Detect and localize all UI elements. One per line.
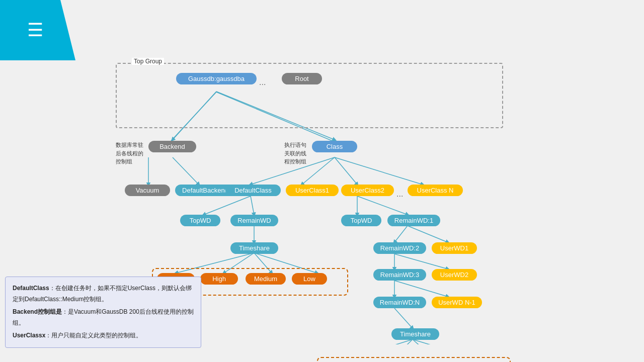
class-annotation: 执行语句 关联的线 程控制组 <box>284 141 306 166</box>
dots2: ... <box>396 190 403 199</box>
userwd-n1-node: UserWD N-1 <box>432 297 482 308</box>
svg-line-18 <box>357 196 408 215</box>
gaussdb-node: Gaussdb:gaussdba <box>176 73 257 84</box>
info-line3: UserClassx：用户只能自定义此类型的控制组。 <box>13 330 194 341</box>
svg-line-27 <box>390 339 413 344</box>
info-line2: Backend控制组是：是Vacuum和GaussDB 200后台线程使用的控制… <box>13 307 194 328</box>
svg-line-26 <box>342 339 413 344</box>
backend-annotation: 数据库常驻 后各线程的 控制组 <box>116 141 143 166</box>
userwd1-node: UserWD1 <box>432 242 477 254</box>
svg-line-5 <box>173 157 199 185</box>
timeshare2-node: Timeshare <box>391 328 439 340</box>
class-node: Class <box>312 141 357 152</box>
svg-line-8 <box>335 157 357 185</box>
userclass1-node: UserClass1 <box>286 185 339 196</box>
remainwd-2-node: RemainWD:2 <box>373 242 426 254</box>
high1-node: High <box>200 273 238 285</box>
vacuum-node: Vacuum <box>125 185 170 196</box>
svg-line-25 <box>394 308 413 328</box>
logo-area: ☰ <box>0 0 80 60</box>
svg-line-9 <box>335 157 423 185</box>
group-box-2 <box>317 357 511 362</box>
remainwd-3-node: RemainWD:3 <box>373 269 426 281</box>
dots1: ... <box>259 78 266 87</box>
svg-line-28 <box>413 339 438 344</box>
backend-node: Backend <box>148 141 196 152</box>
topwd2-node: TopWD <box>341 215 381 226</box>
low1-node: Low <box>292 273 327 285</box>
userwd2-node: UserWD2 <box>432 269 477 281</box>
svg-line-29 <box>413 339 486 344</box>
info-box: DefaultClass：在创建任务时，如果不指定UserClass，则默认会绑… <box>5 277 201 348</box>
svg-line-19 <box>394 226 408 242</box>
svg-line-22 <box>394 254 448 269</box>
remainwd1-node: RemainWD <box>230 215 278 226</box>
svg-line-7 <box>302 157 335 185</box>
medium1-node: Medium <box>246 273 286 285</box>
svg-line-10 <box>204 196 251 215</box>
svg-line-20 <box>408 226 448 242</box>
root-node: Root <box>282 73 322 84</box>
svg-line-24 <box>394 281 448 297</box>
info-line1: DefaultClass：在创建任务时，如果不指定UserClass，则默认会绑… <box>13 283 194 305</box>
userclass2-node: UserClass2 <box>341 185 394 196</box>
userclassn-node: UserClass N <box>408 185 463 196</box>
remainwd-1-node: RemainWD:1 <box>387 215 440 226</box>
topwd1-node: TopWD <box>180 215 220 226</box>
top-group-label: Top Group <box>132 58 164 65</box>
defaultclass-node: DefaultClass <box>225 185 281 196</box>
timeshare1-node: Timeshare <box>230 242 278 254</box>
logo-icon: ☰ <box>27 20 43 41</box>
svg-line-11 <box>251 196 254 215</box>
remainwd-n-node: RemainWD:N <box>373 297 426 308</box>
